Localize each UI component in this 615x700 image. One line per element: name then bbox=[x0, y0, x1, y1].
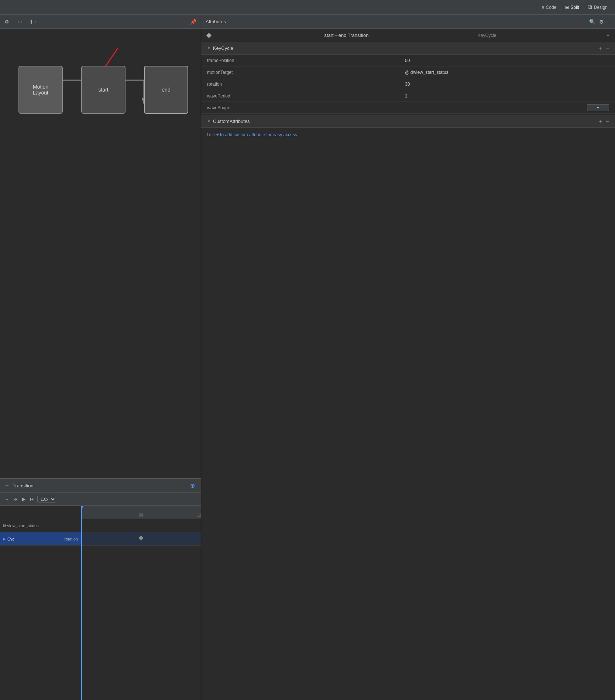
playhead-triangle bbox=[81, 506, 84, 509]
keycycle-section-header: ▼ KeyCycle + − bbox=[201, 42, 615, 55]
add-keycycle-btn[interactable]: ⊕ bbox=[189, 481, 196, 490]
speed-select[interactable]: 0.5x 1.0x 1.5x 2.0x bbox=[37, 496, 56, 502]
left-top-bar: ♻ →+ ⬆+ 📌 bbox=[0, 15, 201, 29]
attributes-icons: 🔍 ⚙ − bbox=[589, 19, 611, 25]
track-row-cyc[interactable] bbox=[81, 532, 201, 546]
waveperiod-label: wavePeriod bbox=[207, 93, 405, 99]
nodes-container: Motion Layout start end bbox=[18, 66, 188, 114]
transition-arrow-icon: → bbox=[4, 483, 10, 488]
property-row-motiontarget[interactable]: motionTarget @id/view_start_status ↺ bbox=[201, 66, 615, 78]
keycycle-header-left: ▼ KeyCycle bbox=[207, 45, 233, 51]
customattributes-header-right: + − bbox=[598, 119, 609, 124]
motiontarget-label: motionTarget bbox=[207, 70, 405, 75]
property-row-waveperiod[interactable]: wavePeriod 1 ↺ bbox=[201, 90, 615, 102]
custom-attr-hint-text: to add custom attribute for easy access bbox=[220, 132, 297, 137]
custom-attr-hint: Use + to add custom attribute for easy a… bbox=[201, 128, 615, 142]
end-label: end bbox=[162, 87, 170, 93]
timeline-ruler: 0 50 100 bbox=[81, 506, 201, 519]
play-btn[interactable]: ▶ bbox=[21, 496, 27, 502]
playback-controls: → ⏮ ▶ ⏭ 0.5x 1.0x 1.5x 2.0x bbox=[0, 493, 201, 506]
property-row-rotation[interactable]: rotation 30 ↺ bbox=[201, 78, 615, 90]
add-transition-btn[interactable]: →+ bbox=[14, 18, 25, 25]
keyframe-diamond[interactable] bbox=[138, 535, 144, 541]
left-panel: ♻ →+ ⬆+ 📌 bbox=[0, 15, 201, 700]
track-labels: id:view_start_status ▶ Cyc rotation bbox=[0, 506, 81, 700]
customattributes-remove-btn[interactable]: − bbox=[606, 119, 609, 124]
keycycle-collapse-icon[interactable]: ▼ bbox=[207, 46, 211, 50]
code-icon: ≡ bbox=[542, 5, 544, 10]
start-node[interactable]: start bbox=[81, 66, 126, 114]
ruler-label-100: 100 bbox=[198, 513, 201, 517]
track-label-cyc[interactable]: ▶ Cyc rotation bbox=[0, 532, 81, 546]
arrow-forward-btn[interactable]: → bbox=[3, 496, 10, 502]
waveshape-dropdown-btn[interactable]: ▾ bbox=[587, 104, 609, 111]
close-icon-btn[interactable]: − bbox=[608, 19, 611, 25]
timeline-container: id:view_start_status ▶ Cyc rotation 0 bbox=[0, 506, 201, 700]
expand-icon: ▶ bbox=[3, 537, 6, 541]
customattributes-collapse-icon[interactable]: ▼ bbox=[207, 119, 211, 123]
track-cyc-attr: rotation bbox=[64, 537, 78, 541]
rotation-label: rotation bbox=[207, 82, 405, 87]
code-button[interactable]: ≡ Code bbox=[539, 3, 560, 11]
frameposition-label: framePosition bbox=[207, 58, 405, 63]
playhead[interactable] bbox=[81, 506, 82, 700]
customattributes-add-btn[interactable]: + bbox=[598, 119, 602, 124]
keycycle-badge: KeyCycle bbox=[478, 33, 497, 38]
skip-back-btn[interactable]: ⏮ bbox=[12, 496, 19, 502]
top-toolbar: ≡ Code ⊟ Split 🖼 Design bbox=[0, 0, 615, 15]
add-state-btn[interactable]: ⬆+ bbox=[28, 18, 38, 25]
keycycle-add-btn[interactable]: + bbox=[598, 45, 602, 51]
diamond-icon bbox=[206, 32, 212, 38]
track-cyc-label: Cyc bbox=[7, 537, 14, 541]
right-panel: Attributes 🔍 ⚙ − start→end Transition Ke… bbox=[201, 15, 615, 700]
property-row-frameposition[interactable]: framePosition 50 ↺ bbox=[201, 55, 615, 66]
frameposition-value: 50 bbox=[405, 58, 603, 63]
plus-hint: + bbox=[216, 132, 219, 137]
waveperiod-value: 1 bbox=[405, 93, 603, 99]
refresh-icon-btn[interactable]: ♻ bbox=[3, 18, 11, 25]
main-container: ♻ →+ ⬆+ 📌 bbox=[0, 15, 615, 700]
track-row-id bbox=[81, 519, 201, 532]
search-icon-btn[interactable]: 🔍 bbox=[589, 19, 595, 25]
start-label: start bbox=[98, 87, 108, 93]
transition-title: Transition bbox=[13, 483, 34, 488]
customattributes-title: CustomAttributes bbox=[213, 119, 250, 124]
design-button[interactable]: 🖼 Design bbox=[585, 3, 611, 11]
skip-fwd-btn[interactable]: ⏭ bbox=[28, 496, 36, 502]
customattributes-section-header: ▼ CustomAttributes + − bbox=[201, 115, 615, 128]
motiontarget-value: @id/view_start_status bbox=[405, 70, 603, 75]
transition-label: start→end Transition bbox=[324, 32, 368, 38]
split-icon: ⊟ bbox=[565, 5, 569, 10]
gear-icon-btn[interactable]: ⚙ bbox=[599, 19, 604, 25]
customattributes-header-left: ▼ CustomAttributes bbox=[207, 119, 250, 124]
transition-header-left: → Transition bbox=[4, 483, 34, 488]
end-node[interactable]: end bbox=[144, 66, 188, 114]
keycycle-remove-btn[interactable]: − bbox=[606, 45, 609, 51]
motion-layout-node[interactable]: Motion Layout bbox=[18, 66, 63, 114]
pin-btn[interactable]: 📌 bbox=[189, 18, 198, 25]
split-button[interactable]: ⊟ Split bbox=[562, 3, 582, 11]
rotation-value: 30 bbox=[405, 82, 603, 87]
transition-subtitle: start→end Transition KeyCycle ▾ bbox=[201, 29, 615, 42]
keycycle-header-right: + − bbox=[598, 45, 609, 51]
transition-section: → Transition ⊕ → ⏮ ▶ ⏭ 0.5x 1.0x 1.5x 2.… bbox=[0, 478, 201, 700]
waveshape-label: waveShape bbox=[207, 105, 408, 110]
track-id-label: id:view_start_status bbox=[3, 524, 39, 528]
timeline-tracks: 0 50 100 bbox=[81, 506, 201, 700]
canvas-area: Motion Layout start end bbox=[0, 29, 201, 478]
property-row-waveshape[interactable]: waveShape ▾ bbox=[201, 102, 615, 114]
toolbar-icons: ♻ →+ ⬆+ bbox=[3, 18, 38, 25]
keycycle-title: KeyCycle bbox=[213, 45, 233, 51]
dropdown-arrow-icon: ▾ bbox=[607, 33, 609, 38]
transition-header: → Transition ⊕ bbox=[0, 478, 201, 493]
design-icon: 🖼 bbox=[588, 5, 592, 10]
track-label-spacer bbox=[0, 506, 81, 519]
attributes-title: Attributes bbox=[206, 19, 226, 24]
motion-layout-label: Motion Layout bbox=[33, 84, 48, 96]
ruler-label-50: 50 bbox=[139, 513, 143, 517]
track-label-id: id:view_start_status bbox=[0, 519, 81, 532]
attributes-header: Attributes 🔍 ⚙ − bbox=[201, 15, 615, 29]
